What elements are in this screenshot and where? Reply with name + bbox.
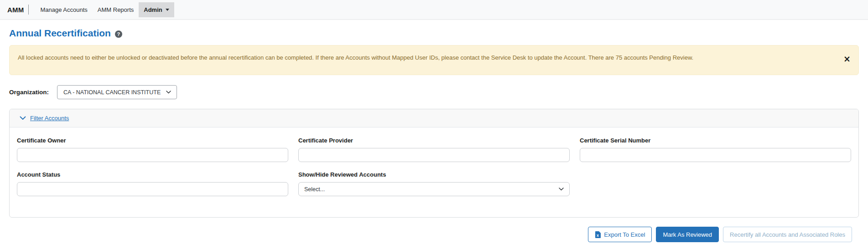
recertify-all-button[interactable]: Recertify all Accounts and Associated Ro… [723, 227, 852, 242]
main-content: Annual Recertification ? All locked acco… [0, 28, 868, 242]
svg-text:x: x [597, 233, 599, 237]
show-hide-reviewed-label: Show/Hide Reviewed Accounts [298, 171, 570, 178]
empty-grid-cell [580, 171, 851, 196]
action-buttons-row: x Export To Excel Mark As Reviewed Recer… [9, 227, 859, 242]
page-title: Annual Recertification [9, 28, 111, 39]
nav-item-manage-accounts[interactable]: Manage Accounts [35, 2, 92, 17]
certificate-owner-label: Certificate Owner [17, 137, 288, 144]
warning-alert: All locked accounts need to either be un… [9, 45, 859, 75]
help-icon[interactable]: ? [115, 30, 122, 38]
excel-file-icon: x [595, 231, 601, 238]
top-navbar: AMM Manage Accounts AMM Reports Admin [0, 0, 868, 20]
field-certificate-provider: Certificate Provider [298, 137, 570, 162]
export-to-excel-label: Export To Excel [604, 231, 645, 238]
app-brand: AMM [7, 6, 24, 14]
field-show-hide-reviewed: Show/Hide Reviewed Accounts Select... [298, 171, 570, 196]
certificate-serial-number-input[interactable] [580, 148, 851, 162]
field-account-status: Account Status [17, 171, 288, 196]
certificate-provider-input[interactable] [298, 148, 570, 162]
show-hide-reviewed-select[interactable]: Select... [298, 182, 570, 196]
page-title-row: Annual Recertification ? [9, 28, 859, 39]
chevron-down-icon [20, 116, 26, 120]
certificate-provider-label: Certificate Provider [298, 137, 570, 144]
field-certificate-owner: Certificate Owner [17, 137, 288, 162]
alert-close-button[interactable]: × [843, 55, 851, 63]
organization-row: Organization: CA - NATIONAL CANCER INSTI… [9, 85, 859, 99]
nav-item-amm-reports[interactable]: AMM Reports [93, 2, 139, 17]
mark-as-reviewed-button[interactable]: Mark As Reviewed [656, 227, 719, 242]
filter-field-grid: Certificate Owner Certificate Provider C… [17, 137, 851, 196]
account-status-label: Account Status [17, 171, 288, 178]
organization-selected-value: CA - NATIONAL CANCER INSTITUTE [63, 89, 161, 96]
nav-item-admin-label: Admin [144, 6, 162, 13]
account-status-input[interactable] [17, 182, 288, 196]
caret-down-icon [166, 9, 169, 11]
export-to-excel-button[interactable]: x Export To Excel [588, 227, 652, 242]
chevron-down-icon [559, 188, 564, 191]
brand-divider [28, 5, 29, 15]
filter-accounts-card: Filter Accounts Certificate Owner Certif… [9, 109, 859, 218]
certificate-owner-input[interactable] [17, 148, 288, 162]
show-hide-reviewed-selected-value: Select... [304, 186, 325, 193]
organization-label: Organization: [9, 89, 49, 96]
field-certificate-serial-number: Certificate Serial Number [580, 137, 851, 162]
filter-accounts-toggle[interactable]: Filter Accounts [10, 109, 858, 127]
chevron-down-icon [166, 91, 171, 94]
filter-accounts-body: Certificate Owner Certificate Provider C… [10, 127, 858, 217]
organization-select[interactable]: CA - NATIONAL CANCER INSTITUTE [57, 85, 177, 99]
filter-accounts-link[interactable]: Filter Accounts [30, 115, 69, 122]
certificate-serial-number-label: Certificate Serial Number [580, 137, 851, 144]
warning-alert-message: All locked accounts need to either be un… [18, 54, 693, 61]
nav-item-admin[interactable]: Admin [139, 2, 174, 17]
